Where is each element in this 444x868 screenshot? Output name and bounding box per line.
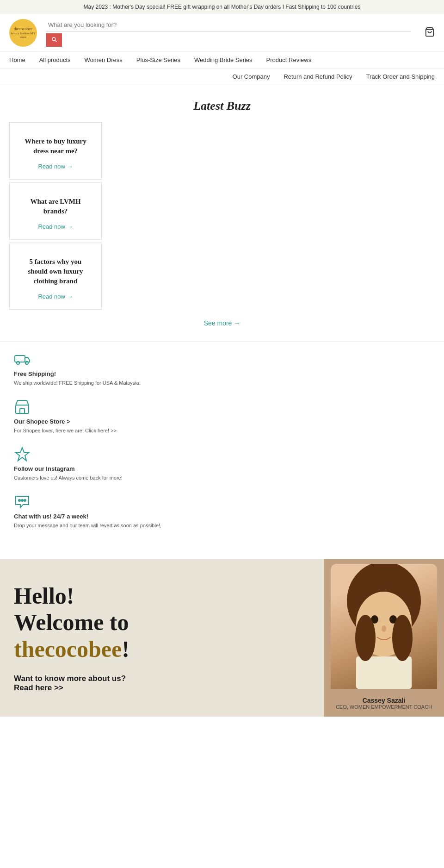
- welcome-sub: Want to know more about us?: [14, 674, 310, 683]
- feature-shipping-title: Free Shipping!: [14, 370, 430, 377]
- nav-track-order[interactable]: Track Order and Shipping: [366, 73, 435, 80]
- blog-card-3-title: 5 factors why you should own luxury clot…: [19, 257, 92, 286]
- section-title-latest-buzz: Latest Buzz: [0, 99, 444, 113]
- feature-chat-title: Chat with us! 24/7 a week!: [14, 513, 430, 520]
- cart-svg: [425, 27, 435, 37]
- star-icon: [14, 446, 430, 462]
- blog-grid: Where to buy luxury dress near me? Read …: [0, 122, 444, 310]
- svg-point-8: [18, 500, 20, 501]
- chat-icon: [14, 493, 430, 510]
- svg-point-15: [382, 625, 386, 632]
- feature-instagram[interactable]: Follow our Instagram Customers love us! …: [14, 446, 430, 482]
- feature-instagram-desc: Customers love us! Always come back for …: [14, 474, 430, 482]
- person-svg: [331, 564, 437, 689]
- welcome-brand-name: thecocobee: [14, 636, 122, 662]
- store-icon: [14, 399, 430, 415]
- search-area: [46, 19, 411, 47]
- svg-rect-1: [15, 356, 25, 362]
- blog-card-2-read-now[interactable]: Read now →: [19, 223, 92, 230]
- feature-chat[interactable]: Chat with us! 24/7 a week! Drop your mes…: [14, 493, 430, 530]
- header: thecocobee luxury fashion MY store: [0, 14, 444, 52]
- person-face: [331, 564, 437, 689]
- logo[interactable]: thecocobee luxury fashion MY store: [9, 19, 37, 47]
- feature-shopee[interactable]: Our Shopee Store > For Shopee lover, her…: [14, 399, 430, 435]
- search-input[interactable]: [46, 19, 411, 31]
- svg-point-17: [355, 615, 376, 661]
- welcome-read-here[interactable]: Read here >>: [14, 683, 310, 693]
- welcome-text-area: Hello! Welcome to thecocobee! Want to kn…: [0, 559, 324, 717]
- person-name: Cassey Sazali: [363, 697, 406, 704]
- blog-card-1-title: Where to buy luxury dress near me?: [19, 137, 92, 156]
- nav-bottom: Our Company Return and Refund Policy Tra…: [0, 69, 444, 85]
- svg-marker-7: [15, 448, 29, 461]
- see-more-link[interactable]: See more →: [204, 319, 240, 327]
- see-more-container: See more →: [0, 319, 444, 327]
- person-photo: [331, 564, 437, 689]
- feature-chat-desc: Drop your message and our team will reve…: [14, 522, 430, 530]
- feature-instagram-title: Follow our Instagram: [14, 465, 430, 472]
- svg-point-3: [25, 362, 28, 364]
- feature-shipping-desc: We ship worldwide! FREE Shipping for USA…: [14, 379, 430, 387]
- logo-text: thecocobee luxury fashion MY store: [9, 26, 37, 39]
- svg-point-10: [24, 500, 26, 501]
- top-banner: May 2023 : Mother's Day special! FREE gi…: [0, 0, 444, 14]
- blog-card-3: 5 factors why you should own luxury clot…: [9, 243, 102, 310]
- search-button[interactable]: [46, 33, 62, 47]
- features-section: Free Shipping! We ship worldwide! FREE S…: [0, 341, 444, 550]
- nav-women-dress[interactable]: Women Dress: [85, 56, 123, 63]
- svg-rect-16: [356, 656, 412, 689]
- blog-card-2: What are LVMH brands? Read now →: [9, 182, 102, 240]
- cart-icon[interactable]: [425, 27, 435, 39]
- welcome-hello: Hello!: [14, 583, 310, 609]
- welcome-exclaim: !: [122, 636, 130, 662]
- feature-shipping: Free Shipping! We ship worldwide! FREE S…: [14, 351, 430, 387]
- nav-product-reviews[interactable]: Product Reviews: [266, 56, 312, 63]
- welcome-section: Hello! Welcome to thecocobee! Want to kn…: [0, 559, 444, 717]
- feature-shopee-desc: For Shopee lover, here we are! Click her…: [14, 427, 430, 435]
- banner-text: May 2023 : Mother's Day special! FREE gi…: [84, 4, 361, 10]
- welcome-brand-line: thecocobee!: [14, 636, 310, 662]
- nav-plus-size[interactable]: Plus-Size Series: [136, 56, 180, 63]
- svg-point-9: [21, 500, 23, 501]
- welcome-image-area: Cassey Sazali CEO, WOMEN EMPOWERMENT COA…: [324, 559, 444, 717]
- welcome-to: Welcome to: [14, 609, 310, 636]
- nav-top: Home All products Women Dress Plus-Size …: [0, 52, 444, 69]
- nav-our-company[interactable]: Our Company: [233, 73, 270, 80]
- nav-return-refund[interactable]: Return and Refund Policy: [284, 73, 352, 80]
- nav-home[interactable]: Home: [9, 56, 25, 63]
- nav-wedding[interactable]: Wedding Bride Series: [194, 56, 253, 63]
- feature-shopee-title: Our Shopee Store >: [14, 418, 430, 425]
- blog-card-3-read-now[interactable]: Read now →: [19, 293, 92, 300]
- blog-card-2-title: What are LVMH brands?: [19, 197, 92, 216]
- search-icon: [51, 36, 57, 43]
- blog-card-1: Where to buy luxury dress near me? Read …: [9, 122, 102, 180]
- svg-point-2: [17, 362, 19, 364]
- svg-rect-5: [20, 409, 25, 413]
- blog-card-1-read-now[interactable]: Read now →: [19, 163, 92, 170]
- svg-point-18: [392, 615, 413, 661]
- truck-icon: [14, 351, 430, 368]
- nav-all-products[interactable]: All products: [39, 56, 71, 63]
- person-title: CEO, WOMEN EMPOWERMENT COACH: [336, 704, 432, 710]
